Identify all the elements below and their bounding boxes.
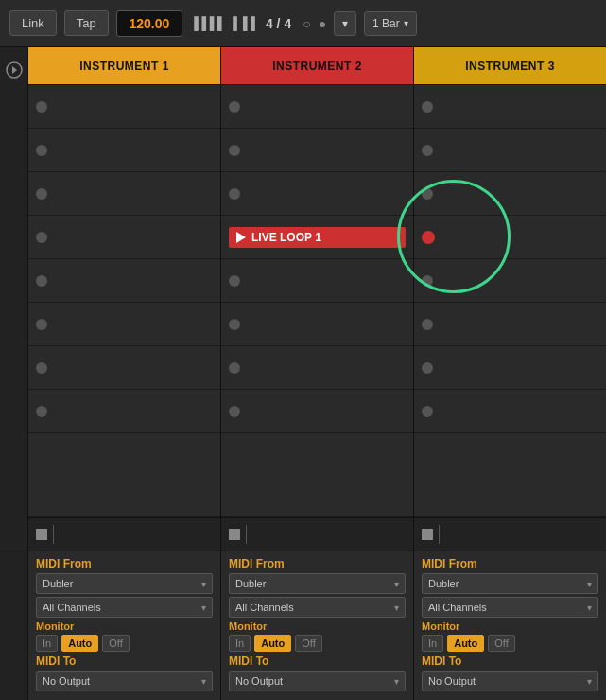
clip-slot[interactable] — [28, 259, 220, 303]
track-col-3: INSTRUMENT 3 — [414, 47, 606, 551]
clip-slot[interactable] — [28, 390, 220, 433]
monitor-auto-btn-3[interactable]: Auto — [447, 635, 484, 652]
clip-slot[interactable] — [414, 85, 606, 129]
clip-slots-2: LIVE LOOP 1 — [221, 85, 413, 517]
monitor-row-3: Monitor — [422, 621, 598, 632]
clip-slot[interactable] — [28, 172, 220, 216]
stop-button[interactable] — [422, 529, 433, 540]
midi-to-select-2[interactable]: No Output ▾ — [229, 671, 406, 691]
track-transport-3 — [414, 517, 606, 551]
monitor-off-btn-1[interactable]: Off — [102, 635, 129, 652]
live-loop-slot[interactable]: LIVE LOOP 1 — [221, 216, 413, 259]
midi-from-select-2[interactable]: Dubler ▾ — [229, 573, 406, 594]
tempo-display[interactable]: 120.00 — [116, 10, 182, 37]
monitor-auto-btn-1[interactable]: Auto — [61, 635, 98, 652]
clip-dot — [36, 101, 47, 113]
clip-dot — [229, 319, 240, 330]
midi-from-arrow-3: ▾ — [587, 579, 592, 589]
quantize-dropdown[interactable]: 1 Bar ▾ — [364, 11, 417, 36]
monitor-buttons-1: In Auto Off — [36, 635, 213, 652]
clip-slot[interactable] — [221, 85, 413, 129]
midi-sidebar-spacer — [0, 551, 28, 700]
record-empty-icon: ○ — [303, 16, 310, 31]
midi-from-select-1[interactable]: Dubler ▾ — [36, 573, 213, 594]
clip-slot[interactable] — [221, 390, 413, 433]
clip-dot — [422, 362, 433, 374]
clip-slot[interactable] — [28, 216, 220, 259]
clip-slot[interactable] — [221, 303, 413, 346]
clip-dot — [36, 145, 47, 156]
clip-dot — [229, 188, 240, 200]
monitor-in-btn-1[interactable]: In — [36, 635, 58, 652]
clip-slot[interactable] — [28, 433, 220, 517]
midi-channel-select-2[interactable]: All Channels ▾ — [229, 597, 406, 618]
clip-slot[interactable] — [221, 433, 413, 517]
track-header-2[interactable]: INSTRUMENT 2 — [221, 47, 413, 85]
monitor-off-btn-2[interactable]: Off — [295, 635, 321, 652]
midi-to-select-1[interactable]: No Output ▾ — [36, 671, 213, 691]
clip-slot[interactable] — [28, 346, 220, 390]
clip-dot — [422, 188, 433, 200]
monitor-off-btn-3[interactable]: Off — [488, 635, 514, 652]
monitor-label-3: Monitor — [422, 621, 459, 632]
track-header-1[interactable]: INSTRUMENT 1 — [28, 47, 220, 85]
monitor-label-1: Monitor — [36, 621, 74, 632]
tap-button[interactable]: Tap — [64, 10, 109, 36]
clip-slot[interactable] — [28, 85, 220, 129]
clip-dot — [422, 406, 433, 417]
midi-channel-arrow-2: ▾ — [394, 603, 399, 613]
clip-slot[interactable] — [414, 172, 606, 216]
monitor-in-btn-2[interactable]: In — [229, 635, 251, 652]
clip-slot[interactable] — [221, 259, 413, 303]
clip-slot[interactable] — [28, 129, 220, 172]
track-header-3[interactable]: INSTRUMENT 3 — [414, 47, 606, 85]
clip-dot — [422, 275, 433, 287]
clip-slot[interactable] — [414, 346, 606, 390]
live-loop-clip[interactable]: LIVE LOOP 1 — [229, 227, 406, 248]
monitor-buttons-3: In Auto Off — [422, 635, 598, 652]
dropdown-arrow-icon: ▾ — [342, 17, 348, 30]
stop-button[interactable] — [229, 529, 240, 540]
midi-to-select-3[interactable]: No Output ▾ — [422, 671, 598, 691]
clip-slot[interactable] — [414, 390, 606, 433]
midi-from-label-1: MIDI From — [36, 557, 213, 570]
midi-wrapper: MIDI From Dubler ▾ All Channels ▾ Monito… — [0, 551, 606, 700]
midi-to-label-3: MIDI To — [422, 655, 598, 668]
clip-slot[interactable] — [414, 303, 606, 346]
tracks-wrapper: INSTRUMENT 1 — [28, 47, 606, 551]
link-button[interactable]: Link — [9, 10, 57, 36]
clip-dot — [229, 145, 240, 156]
clip-slot[interactable] — [221, 346, 413, 390]
clip-slot[interactable] — [221, 172, 413, 216]
clip-dot-red — [422, 231, 435, 244]
clip-slot-red[interactable] — [414, 216, 606, 259]
transport-divider — [53, 525, 54, 544]
collapse-icon[interactable] — [6, 61, 23, 79]
track-col-1: INSTRUMENT 1 — [28, 47, 221, 551]
midi-channel-select-1[interactable]: All Channels ▾ — [36, 597, 213, 618]
midi-channel-select-3[interactable]: All Channels ▾ — [422, 597, 598, 618]
stop-button[interactable] — [36, 529, 47, 540]
monitor-auto-btn-2[interactable]: Auto — [254, 635, 291, 652]
grid-icon-2[interactable]: ▐ ▐▐ — [229, 16, 254, 30]
grid-icons: ▐▐▐▐ ▐ ▐▐ — [190, 16, 254, 30]
record-dropdown[interactable]: ▾ — [334, 11, 356, 36]
clip-slot[interactable] — [221, 129, 413, 172]
clip-slot[interactable] — [414, 259, 606, 303]
midi-col-3: MIDI From Dubler ▾ All Channels ▾ Monito… — [414, 551, 606, 700]
grid-icon-1[interactable]: ▐▐▐▐ — [190, 16, 221, 30]
clip-dot — [422, 145, 433, 156]
midi-col-1: MIDI From Dubler ▾ All Channels ▾ Monito… — [28, 551, 221, 700]
clip-slot[interactable] — [28, 303, 220, 346]
midi-from-arrow-1: ▾ — [201, 579, 206, 589]
monitor-row-1: Monitor — [36, 621, 213, 632]
sidebar-arrow — [0, 47, 28, 551]
clip-slot[interactable] — [414, 433, 606, 517]
clip-dot — [36, 232, 47, 243]
clip-dot — [36, 362, 47, 374]
monitor-in-btn-3[interactable]: In — [422, 635, 443, 652]
midi-channel-arrow-3: ▾ — [587, 603, 592, 613]
transport-divider — [439, 525, 440, 544]
clip-slot[interactable] — [414, 129, 606, 172]
midi-from-select-3[interactable]: Dubler ▾ — [422, 573, 598, 594]
